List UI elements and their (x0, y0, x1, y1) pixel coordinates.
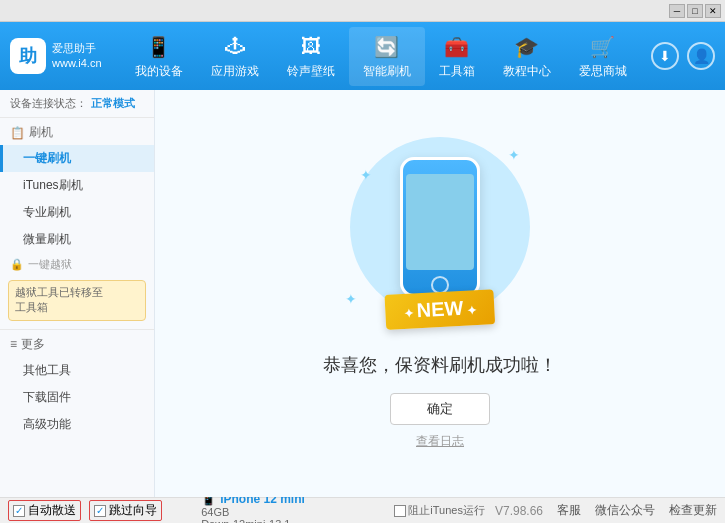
update-link[interactable]: 检查更新 (669, 502, 717, 519)
other-tools-label: 其他工具 (23, 363, 71, 377)
nav-label: 智能刷机 (363, 63, 411, 80)
itunes-flash-label: iTunes刷机 (23, 178, 83, 192)
jailbreak-notice: 越狱工具已转移至 工具箱 (8, 280, 146, 321)
maximize-button[interactable]: □ (687, 4, 703, 18)
main-layout: 设备连接状态： 正常模式 📋 刷机 一键刷机 iTunes刷机 专业刷机 微量刷… (0, 90, 725, 497)
sidebar-item-advanced[interactable]: 高级功能 (0, 411, 154, 438)
jailbreak-section-title: 🔒 一键越狱 (0, 253, 154, 276)
user-button[interactable]: 👤 (687, 42, 715, 70)
logo-text: 爱思助手 www.i4.cn (52, 41, 102, 72)
nav-smart-shop[interactable]: 🔄 智能刷机 (349, 27, 425, 86)
nav-label: 工具箱 (439, 63, 475, 80)
sidebar-item-itunes-flash[interactable]: iTunes刷机 (0, 172, 154, 199)
sidebar-item-pro-flash[interactable]: 专业刷机 (0, 199, 154, 226)
nav-label: 教程中心 (503, 63, 551, 80)
sparkle-top-right-icon: ✦ (508, 147, 520, 163)
daily-log-link[interactable]: 查看日志 (416, 433, 464, 450)
logo-area: 助 爱思助手 www.i4.cn (10, 38, 110, 74)
device-storage: 64GB (201, 506, 384, 518)
jailbreak-label: 一键越狱 (28, 257, 72, 272)
title-bar: ─ □ ✕ (0, 0, 725, 22)
auto-dismiss-checkbox[interactable]: ✓ (13, 505, 25, 517)
one-key-flash-label: 一键刷机 (23, 151, 71, 165)
smart-shop-icon: 🔄 (373, 33, 401, 61)
wallpaper-icon: 🖼 (297, 33, 325, 61)
data-flash-label: 微量刷机 (23, 232, 71, 246)
auto-dismiss-label: 自动散送 (28, 502, 76, 519)
close-button[interactable]: ✕ (705, 4, 721, 18)
nav-my-device[interactable]: 📱 我的设备 (121, 27, 197, 86)
support-link[interactable]: 客服 (557, 502, 581, 519)
apps-games-icon: 🕹 (221, 33, 249, 61)
status-value: 正常模式 (91, 96, 135, 111)
wechat-link[interactable]: 微信公众号 (595, 502, 655, 519)
status-prefix: 设备连接状态： (10, 96, 87, 111)
tutorial-icon: 🎓 (513, 33, 541, 61)
phone-image (400, 157, 480, 297)
flash-section-icon: 📋 (10, 126, 25, 140)
bottom-bar: ✓ 自动散送 ✓ 跳过向导 📱 iPhone 12 mini 64GB Down… (0, 497, 725, 523)
connection-status-bar: 设备连接状态： 正常模式 (0, 90, 154, 118)
sparkle-bottom-left-icon: ✦ (345, 291, 357, 307)
stop-itunes-area: 阻止iTunes运行 (394, 503, 485, 518)
nav-wallpaper[interactable]: 🖼 铃声壁纸 (273, 27, 349, 86)
more-section-label: 更多 (21, 336, 45, 353)
lock-icon: 🔒 (10, 258, 24, 271)
download-firmware-label: 下载固件 (23, 390, 71, 404)
nav-label: 应用游戏 (211, 63, 259, 80)
window-controls: ─ □ ✕ (669, 4, 721, 18)
skip-guide-checkbox[interactable]: ✓ (94, 505, 106, 517)
nav-mall[interactable]: 🛒 爱思商城 (565, 27, 641, 86)
sidebar-item-download-firmware[interactable]: 下载固件 (0, 384, 154, 411)
header-right-controls: ⬇ 👤 (651, 42, 715, 70)
pro-flash-label: 专业刷机 (23, 205, 71, 219)
toolbox-icon: 🧰 (443, 33, 471, 61)
bottom-right: V7.98.66 客服 微信公众号 检查更新 (495, 502, 717, 519)
nav-label: 爱思商城 (579, 63, 627, 80)
new-badge: NEW (384, 289, 495, 330)
success-message: 恭喜您，保资料刷机成功啦！ (323, 353, 557, 377)
my-device-icon: 📱 (145, 33, 173, 61)
nav-label: 我的设备 (135, 63, 183, 80)
confirm-button[interactable]: 确定 (390, 393, 490, 425)
auto-dismiss-checkbox-item[interactable]: ✓ 自动散送 (8, 500, 81, 521)
sidebar-item-one-key-flash[interactable]: 一键刷机 (0, 145, 154, 172)
bottom-left: ✓ 自动散送 ✓ 跳过向导 (8, 500, 191, 521)
sidebar-item-other-tools[interactable]: 其他工具 (0, 357, 154, 384)
nav-tutorial[interactable]: 🎓 教程中心 (489, 27, 565, 86)
nav-label: 铃声壁纸 (287, 63, 335, 80)
nav-apps-games[interactable]: 🕹 应用游戏 (197, 27, 273, 86)
phone-illustration: ✦ ✦ ✦ NEW (330, 137, 550, 337)
sidebar-item-data-flash[interactable]: 微量刷机 (0, 226, 154, 253)
skip-guide-checkbox-item[interactable]: ✓ 跳过向导 (89, 500, 162, 521)
content-area: ✦ ✦ ✦ NEW 恭喜您，保资料刷机成功啦！ 确定 查看日志 (155, 90, 725, 497)
advanced-label: 高级功能 (23, 417, 71, 431)
nav-items: 📱 我的设备 🕹 应用游戏 🖼 铃声壁纸 🔄 智能刷机 🧰 工具箱 🎓 教程中心… (110, 27, 651, 86)
sparkle-top-left-icon: ✦ (360, 167, 372, 183)
stop-itunes-checkbox[interactable] (394, 505, 406, 517)
header: 助 爱思助手 www.i4.cn 📱 我的设备 🕹 应用游戏 🖼 铃声壁纸 🔄 … (0, 22, 725, 90)
logo-icon: 助 (10, 38, 46, 74)
flash-section-title: 📋 刷机 (0, 118, 154, 145)
stop-itunes-label: 阻止iTunes运行 (408, 503, 485, 518)
skip-guide-label: 跳过向导 (109, 502, 157, 519)
sidebar: 设备连接状态： 正常模式 📋 刷机 一键刷机 iTunes刷机 专业刷机 微量刷… (0, 90, 155, 497)
minimize-button[interactable]: ─ (669, 4, 685, 18)
download-button[interactable]: ⬇ (651, 42, 679, 70)
flash-section-label: 刷机 (29, 124, 53, 141)
more-section-title: ≡ 更多 (0, 329, 154, 357)
mall-icon: 🛒 (589, 33, 617, 61)
version-label: V7.98.66 (495, 504, 543, 518)
nav-toolbox[interactable]: 🧰 工具箱 (425, 27, 489, 86)
device-firmware: Down-12mini-13,1 (201, 518, 384, 524)
more-section-icon: ≡ (10, 337, 17, 351)
phone-screen (406, 174, 474, 270)
